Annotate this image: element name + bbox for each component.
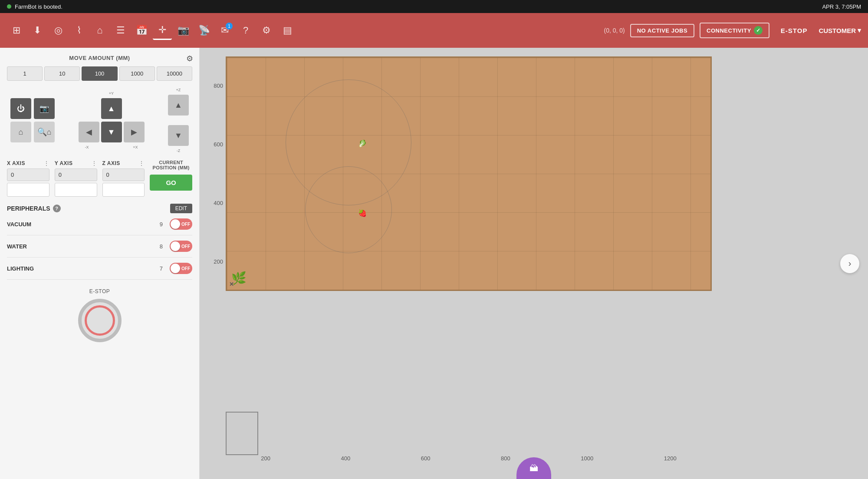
x-axis-blank — [7, 183, 49, 197]
datetime: APR 3, 7:05PM — [822, 3, 861, 10]
y-axis-labels: 800 600 400 200 — [200, 56, 226, 291]
nav-sensors[interactable]: 📡 — [194, 21, 214, 40]
map-circle-lower — [305, 166, 392, 253]
nav-download[interactable]: ⬇ — [28, 21, 47, 40]
amount-1000-button[interactable]: 1000 — [119, 66, 155, 81]
y-axis-input[interactable] — [55, 168, 97, 181]
find-home-button[interactable]: 🔍⌂ — [34, 122, 55, 142]
x-origin-label: ✕ — [229, 281, 234, 287]
estop-nav-button[interactable]: E-STOP — [775, 24, 814, 37]
messages-badge: 1 — [226, 23, 233, 30]
map-arrow-right[interactable]: › — [840, 254, 859, 273]
y-axis-blank — [55, 183, 97, 197]
z-minus-button[interactable]: ▼ — [168, 125, 189, 146]
z-axis-blank — [102, 183, 145, 197]
y-axis-label: Y AXIS — [55, 160, 73, 166]
nav-sequences[interactable]: ☰ — [111, 21, 130, 40]
x-axis-input[interactable] — [7, 168, 49, 181]
z-axis-block: Z AXIS ⋮ — [102, 160, 145, 197]
amount-1-button[interactable]: 1 — [7, 66, 43, 81]
jog-area: ⏻ 📷 ⌂ 🔍⌂ +Y ▲ ◀ ▼ ▶ -X+X — [7, 88, 192, 153]
amount-10-button[interactable]: 10 — [44, 66, 80, 81]
panel-gear-icon[interactable]: ⚙ — [186, 54, 193, 63]
nav-controls[interactable]: ✛ — [153, 21, 172, 40]
left-panel: ⚙ MOVE AMOUNT (MM) 1 10 100 1000 10000 ⏻… — [0, 48, 200, 479]
jog-y-group: +Y ▲ ◀ ▼ ▶ -X+X — [79, 91, 145, 149]
nav-right: (0, 0, 0) NO ACTIVE JOBS CONNECTIVITY ✓ … — [604, 23, 861, 38]
estop-inner-ring — [85, 305, 115, 336]
jog-z-group: +Z ▲ ▼ -Z — [168, 88, 189, 153]
nav-bar: ⊞ ⬇ ◎ ⌇ ⌂ ☰ 📅 ✛ 📷 📡 ✉ 1 ? ⚙ ▤ (0, 0, 0) … — [0, 13, 868, 48]
connectivity-check-icon: ✓ — [754, 26, 763, 35]
peripherals-help-icon[interactable]: ? — [53, 205, 61, 212]
axis-inputs-row: X AXIS ⋮ Y AXIS ⋮ Z AXIS ⋮ — [7, 160, 192, 197]
x-axis-labels: 200 400 600 800 1000 1200 — [226, 455, 712, 462]
y-axis-menu-icon[interactable]: ⋮ — [91, 160, 97, 167]
water-name: WATER — [7, 243, 160, 250]
lighting-row: LIGHTING 7 OFF — [7, 263, 192, 280]
nav-plants[interactable]: ⊞ — [7, 21, 26, 40]
y-axis-block: Y AXIS ⋮ — [55, 160, 97, 197]
customer-chevron-icon: ▾ — [858, 26, 861, 34]
connectivity-label: CONNECTIVITY — [707, 27, 751, 34]
jog-left-group: ⏻ 📷 ⌂ 🔍⌂ — [10, 98, 55, 142]
nav-logs[interactable]: ▤ — [278, 21, 297, 40]
estop-label: E-STOP — [7, 288, 192, 294]
nav-help[interactable]: ? — [236, 21, 255, 40]
camera-snap-button[interactable]: 📷 — [34, 98, 55, 119]
main-content: ⚙ MOVE AMOUNT (MM) 1 10 100 1000 10000 ⏻… — [0, 48, 868, 479]
connectivity-button[interactable]: CONNECTIVITY ✓ — [700, 23, 769, 38]
move-amount-row: 1 10 100 1000 10000 — [7, 66, 192, 81]
vacuum-row: VACUUM 9 OFF — [7, 218, 192, 235]
bottom-bump-icon: 🏔 — [529, 463, 538, 473]
coords-display: (0, 0, 0) — [604, 27, 625, 34]
go-button[interactable]: GO — [150, 175, 192, 191]
nav-calendar[interactable]: 📅 — [132, 21, 151, 40]
water-row: WATER 8 OFF — [7, 241, 192, 258]
nav-messages[interactable]: ✉ 1 — [215, 21, 234, 40]
nav-settings[interactable]: ⚙ — [257, 21, 276, 40]
amount-10000-button[interactable]: 10000 — [157, 66, 192, 81]
system-bar: FarmBot is booted. APR 3, 7:05PM — [0, 0, 868, 13]
water-toggle[interactable]: OFF — [170, 241, 192, 252]
power-button[interactable]: ⏻ — [10, 98, 31, 119]
x-axis-menu-icon[interactable]: ⋮ — [43, 160, 49, 167]
x-plus-button[interactable]: ▶ — [124, 122, 145, 142]
peripherals-edit-button[interactable]: EDIT — [170, 204, 192, 213]
amount-100-button[interactable]: 100 — [82, 66, 117, 81]
garden-map: 800 600 400 200 🥬 🍓 🌿 ✕ 200 400 600 — [200, 48, 868, 479]
peripherals-header: PERIPHERALS ? EDIT — [7, 204, 192, 213]
nav-regimens[interactable]: ◎ — [49, 21, 68, 40]
vacuum-toggle[interactable]: OFF — [170, 218, 192, 230]
lighting-name: LIGHTING — [7, 265, 160, 272]
plant-lettuce[interactable]: 🥬 — [357, 138, 368, 149]
garden-bed: 🥬 🍓 🌿 ✕ — [226, 56, 712, 291]
plant-strawberry[interactable]: 🍓 — [357, 208, 368, 218]
estop-section: E-STOP — [7, 288, 192, 342]
estop-button[interactable] — [78, 299, 122, 342]
status-dot — [7, 4, 11, 9]
nav-camera[interactable]: 📷 — [174, 21, 193, 40]
z-axis-input[interactable] — [102, 168, 145, 181]
lighting-pin: 7 — [160, 265, 163, 272]
vacuum-pin: 9 — [160, 221, 163, 228]
current-position-title: CURRENTPOSITION (MM) — [150, 160, 192, 170]
z-plus-button[interactable]: ▲ — [168, 95, 189, 116]
lighting-toggle[interactable]: OFF — [170, 263, 192, 274]
map-rect-overlay — [226, 412, 258, 455]
vacuum-name: VACUUM — [7, 221, 160, 228]
y-minus-button[interactable]: ▼ — [101, 122, 122, 142]
nav-scenarios[interactable]: ⌂ — [90, 21, 109, 40]
peripherals-title: PERIPHERALS ? — [7, 205, 61, 212]
x-minus-button[interactable]: ◀ — [79, 122, 99, 142]
z-axis-label: Z AXIS — [102, 160, 120, 166]
y-plus-button[interactable]: ▲ — [101, 98, 122, 119]
no-active-jobs-button[interactable]: NO ACTIVE JOBS — [630, 24, 694, 37]
nav-tools[interactable]: ⌇ — [69, 21, 89, 40]
customer-menu-button[interactable]: CUSTOMER ▾ — [819, 26, 861, 34]
x-axis-block: X AXIS ⋮ — [7, 160, 49, 197]
water-pin: 8 — [160, 243, 163, 250]
z-axis-menu-icon[interactable]: ⋮ — [138, 160, 145, 167]
home-button[interactable]: ⌂ — [10, 122, 31, 142]
x-axis-label: X AXIS — [7, 160, 25, 166]
